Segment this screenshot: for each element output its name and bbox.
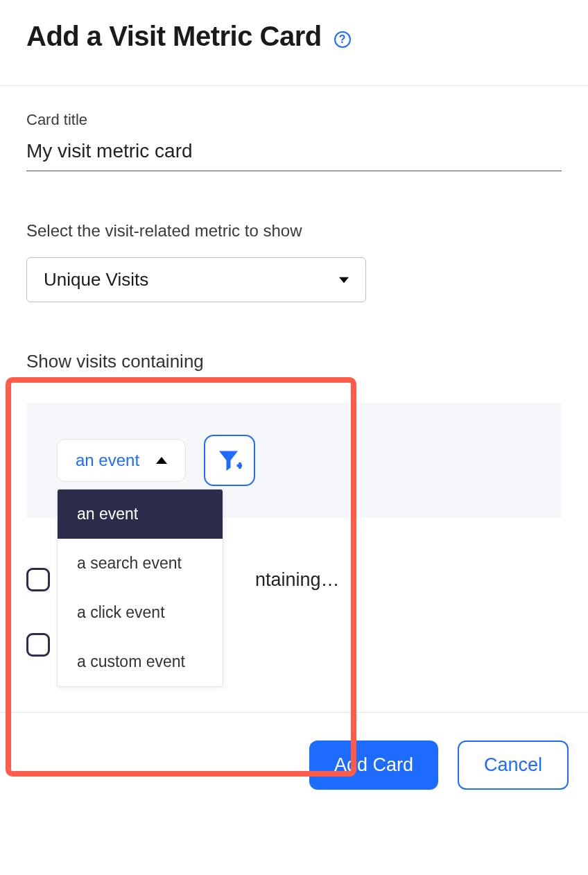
chevron-down-icon: [339, 275, 349, 285]
metric-selected-value: Unique Visits: [44, 269, 148, 291]
dropdown-item[interactable]: a custom event: [58, 637, 223, 686]
visits-panel: an event an event a search event a click…: [26, 403, 562, 518]
truncated-label: ntaining…: [255, 569, 340, 591]
dropdown-item[interactable]: a click event: [58, 588, 223, 637]
checkbox-option-2[interactable]: [26, 633, 50, 657]
funnel-plus-icon: [217, 448, 242, 473]
event-type-selected: an event: [76, 451, 139, 470]
help-icon[interactable]: ?: [334, 31, 351, 48]
chevron-up-icon: [156, 457, 167, 464]
add-card-button[interactable]: Add Card: [309, 740, 438, 790]
checkbox-option-1[interactable]: [26, 568, 50, 591]
metric-label: Select the visit-related metric to show: [26, 221, 562, 241]
page-header: Add a Visit Metric Card ?: [0, 0, 588, 85]
add-filter-button[interactable]: [204, 435, 255, 486]
card-title-label: Card title: [26, 111, 562, 129]
show-visits-label: Show visits containing: [26, 351, 562, 372]
card-title-input[interactable]: [26, 136, 562, 171]
event-type-menu: an event a search event a click event a …: [57, 489, 223, 687]
page-title: Add a Visit Metric Card: [26, 21, 322, 52]
cancel-button[interactable]: Cancel: [458, 740, 569, 790]
event-type-dropdown[interactable]: an event: [57, 439, 186, 482]
footer-actions: Add Card Cancel: [0, 713, 588, 831]
dropdown-item[interactable]: a search event: [58, 539, 223, 588]
dropdown-item[interactable]: an event: [58, 490, 223, 539]
metric-select[interactable]: Unique Visits: [26, 257, 366, 302]
